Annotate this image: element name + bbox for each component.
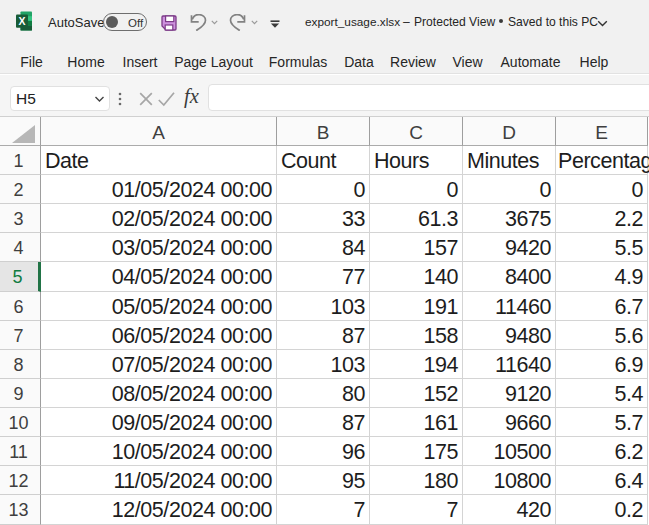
svg-text:X: X xyxy=(18,15,25,27)
